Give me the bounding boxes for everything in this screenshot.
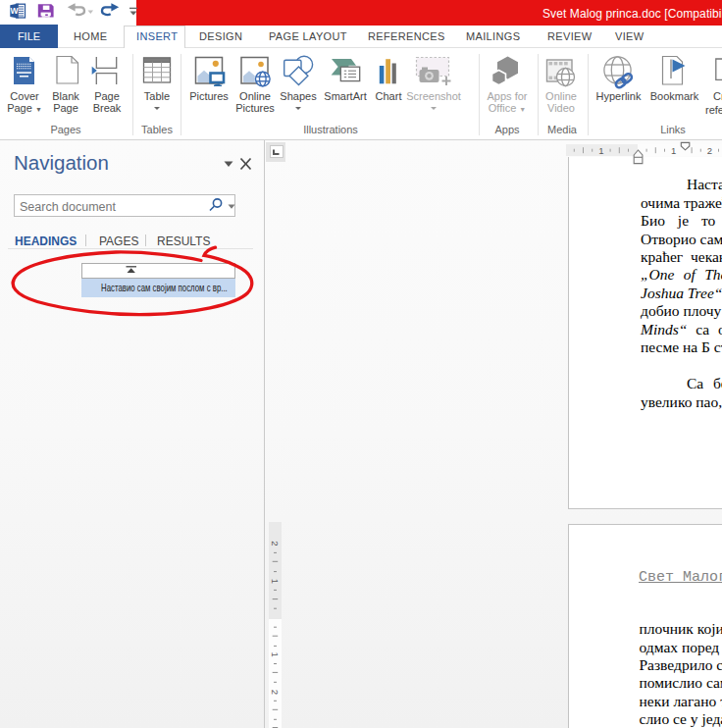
svg-text:1: 1 (671, 145, 676, 156)
svg-text:1: 1 (270, 651, 281, 656)
svg-text:2: 2 (707, 145, 712, 156)
svg-text:W: W (11, 6, 20, 16)
svg-text:2: 2 (270, 541, 281, 546)
svg-text:1: 1 (598, 145, 603, 156)
svg-text:1: 1 (270, 579, 281, 584)
svg-text:2: 2 (270, 690, 281, 695)
